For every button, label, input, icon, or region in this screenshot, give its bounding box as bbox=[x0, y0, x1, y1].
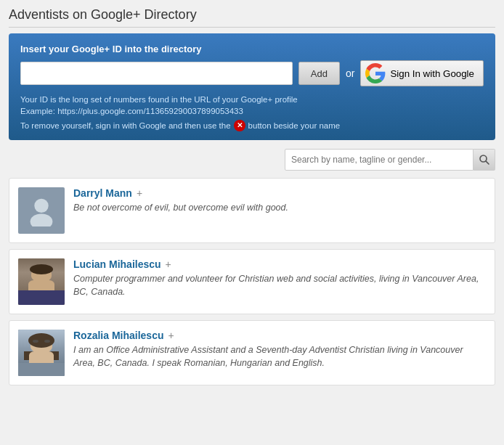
person-card: Lucian Mihailescu + Computer programmer … bbox=[9, 249, 495, 314]
search-button[interactable] bbox=[473, 149, 495, 171]
remove-info: To remove yourself, sign in with Google … bbox=[20, 120, 484, 131]
google-signin-label: Sign In with Google bbox=[390, 68, 474, 79]
person-name-text[interactable]: Lucian Mihailescu bbox=[73, 258, 161, 270]
info-line1: Your ID is the long set of numbers found… bbox=[20, 94, 484, 117]
person-name: Darryl Mann + bbox=[73, 187, 486, 199]
person-info: Rozalia Mihailescu + I am an Office Admi… bbox=[73, 330, 486, 370]
person-name-text[interactable]: Rozalia Mihailescu bbox=[73, 330, 163, 341]
plus-badge: + bbox=[137, 187, 142, 199]
insert-panel-title: Insert your Google+ ID into the director… bbox=[20, 44, 484, 54]
google-icon bbox=[365, 63, 386, 83]
svg-point-3 bbox=[31, 214, 53, 227]
person-name: Rozalia Mihailescu + bbox=[73, 330, 486, 341]
avatar bbox=[18, 330, 65, 376]
person-tagline: I am an Office Administrative Assistant … bbox=[73, 344, 486, 370]
people-list: Darryl Mann + Be not overcome of evil, b… bbox=[9, 178, 495, 385]
page-title: Adventists on Google+ Directory bbox=[9, 7, 495, 28]
person-info: Darryl Mann + Be not overcome of evil, b… bbox=[73, 187, 486, 215]
x-remove-icon: ✕ bbox=[234, 120, 245, 131]
person-card: Rozalia Mihailescu + I am an Office Admi… bbox=[9, 320, 495, 385]
google-signin-button[interactable]: Sign In with Google bbox=[360, 60, 484, 86]
search-input[interactable] bbox=[285, 149, 473, 171]
plus-badge: + bbox=[166, 258, 171, 270]
person-name: Lucian Mihailescu + bbox=[73, 258, 486, 270]
insert-panel: Insert your Google+ ID into the director… bbox=[9, 33, 495, 140]
avatar bbox=[18, 258, 65, 305]
svg-line-1 bbox=[485, 161, 488, 164]
svg-point-2 bbox=[34, 199, 48, 213]
person-tagline: Be not overcome of evil, but overcome ev… bbox=[73, 202, 486, 215]
add-button[interactable]: Add bbox=[298, 62, 340, 85]
search-icon bbox=[478, 153, 491, 166]
insert-row: Add or Sign In with Google bbox=[20, 60, 484, 86]
person-name-text[interactable]: Darryl Mann bbox=[73, 187, 132, 199]
person-tagline: Computer programmer and volunteer for Ch… bbox=[73, 273, 486, 298]
person-info: Lucian Mihailescu + Computer programmer … bbox=[73, 258, 486, 298]
person-card: Darryl Mann + Be not overcome of evil, b… bbox=[9, 178, 495, 243]
or-label: or bbox=[346, 68, 354, 79]
page-wrapper: Adventists on Google+ Directory Insert y… bbox=[0, 0, 504, 399]
avatar bbox=[18, 187, 65, 234]
google-id-input[interactable] bbox=[20, 62, 293, 85]
search-row bbox=[9, 149, 495, 171]
plus-badge: + bbox=[168, 330, 174, 341]
